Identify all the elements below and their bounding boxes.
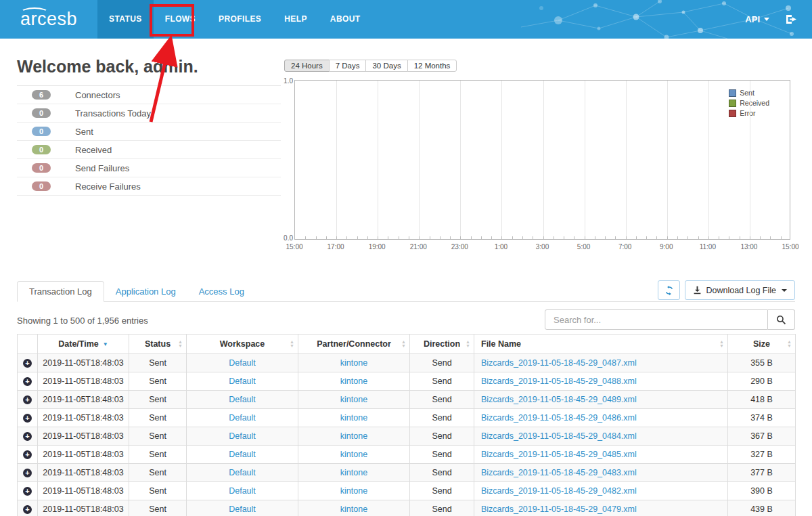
column-header-size[interactable]: Size▲▼: [728, 335, 796, 354]
nav-item-status[interactable]: STATUS: [97, 0, 154, 39]
tab-access-log[interactable]: Access Log: [187, 282, 256, 301]
x-axis-tick: [646, 236, 647, 239]
logout-button[interactable]: [786, 14, 797, 24]
chart-gridline: [501, 81, 502, 239]
expand-row-button[interactable]: +: [23, 359, 32, 368]
api-dropdown-label: API: [745, 14, 760, 24]
cell-file-name: Bizcards_2019-11-05-18-45-29_0489.xml: [474, 391, 728, 409]
cell-file-name: Bizcards_2019-11-05-18-45-29_0483.xml: [474, 464, 728, 482]
workspace-link[interactable]: Default: [229, 358, 256, 368]
range-button-24-hours[interactable]: 24 Hours: [284, 60, 330, 72]
expand-row-button[interactable]: +: [23, 377, 32, 386]
x-axis-tick: [677, 236, 678, 239]
x-axis-tick: [450, 236, 451, 239]
partner-connector-link[interactable]: kintone: [340, 358, 367, 368]
x-axis-tick: [378, 236, 378, 239]
x-axis-tick: [574, 236, 574, 239]
stat-badge: 0: [32, 127, 51, 136]
workspace-link[interactable]: Default: [229, 450, 256, 459]
stat-badge: 0: [32, 145, 51, 154]
app-logo[interactable]: arcesb: [20, 9, 77, 30]
partner-connector-link[interactable]: kintone: [340, 377, 367, 386]
tab-transaction-log[interactable]: Transaction Log: [17, 281, 104, 302]
file-name-link[interactable]: Bizcards_2019-11-05-18-45-29_0482.xml: [481, 486, 637, 496]
caret-down-icon: [782, 289, 787, 292]
workspace-link[interactable]: Default: [229, 486, 256, 496]
workspace-link[interactable]: Default: [229, 395, 256, 404]
chart-gridline: [585, 81, 585, 239]
sort-both-icon: ▲▼: [401, 340, 406, 348]
expand-row-button[interactable]: +: [23, 487, 32, 496]
x-axis-tick: [522, 236, 523, 239]
file-name-link[interactable]: Bizcards_2019-11-05-18-45-29_0483.xml: [481, 468, 637, 477]
table-header-row: Date/Time▼Status▲▼Workspace▲▼Partner/Con…: [18, 335, 796, 354]
cell-partner: kintone: [298, 446, 410, 464]
log-toolbar: Download Log File: [658, 280, 795, 300]
workspace-link[interactable]: Default: [229, 377, 256, 386]
stat-label: Receive Failures: [75, 181, 141, 192]
file-name-link[interactable]: Bizcards_2019-11-05-18-45-29_0488.xml: [481, 377, 637, 386]
cell-date: 2019-11-05T18:48:03: [38, 464, 129, 482]
file-name-link[interactable]: Bizcards_2019-11-05-18-45-29_0489.xml: [481, 395, 637, 404]
nav-item-profiles[interactable]: PROFILES: [207, 0, 273, 39]
cell-size: 290 B: [728, 372, 796, 391]
column-header-status[interactable]: Status▲▼: [129, 335, 187, 354]
cell-direction: Send: [410, 464, 474, 482]
tab-application-log[interactable]: Application Log: [104, 282, 187, 301]
refresh-button[interactable]: [658, 280, 680, 300]
main-nav: STATUSFLOWSPROFILESHELPABOUT: [97, 0, 371, 39]
workspace-link[interactable]: Default: [229, 468, 256, 477]
file-name-link[interactable]: Bizcards_2019-11-05-18-45-29_0487.xml: [481, 358, 637, 368]
stat-badge: 0: [32, 163, 51, 173]
workspace-link[interactable]: Default: [229, 504, 256, 514]
x-axis-tick: [585, 236, 585, 239]
partner-connector-link[interactable]: kintone: [340, 431, 367, 441]
download-log-file-button[interactable]: Download Log File: [685, 280, 795, 300]
stat-row-connectors: 6Connectors: [17, 86, 281, 104]
table-body: +2019-11-05T18:48:03SentDefaultkintoneSe…: [18, 354, 796, 516]
partner-connector-link[interactable]: kintone: [340, 450, 367, 459]
partner-connector-link[interactable]: kintone: [340, 504, 367, 514]
partner-connector-link[interactable]: kintone: [340, 486, 367, 496]
stat-row-send-failures: 0Send Failures: [17, 159, 281, 177]
file-name-link[interactable]: Bizcards_2019-11-05-18-45-29_0485.xml: [481, 450, 637, 459]
expand-row-button[interactable]: +: [23, 432, 32, 441]
cell-date: 2019-11-05T18:48:03: [38, 391, 129, 409]
range-button-7-days[interactable]: 7 Days: [329, 60, 367, 72]
column-header-file-name[interactable]: File Name▲▼: [474, 335, 728, 354]
cell-direction: Send: [410, 500, 474, 516]
expand-row-button[interactable]: +: [23, 414, 32, 423]
cell-direction: Send: [410, 354, 474, 372]
sort-descending-icon: ▼: [103, 341, 108, 347]
nav-item-help[interactable]: HELP: [273, 0, 319, 39]
workspace-link[interactable]: Default: [229, 431, 256, 441]
search-button[interactable]: [768, 309, 795, 330]
expand-row-button[interactable]: +: [23, 505, 32, 514]
column-header-direction[interactable]: Direction▲▼: [410, 335, 474, 354]
expand-row-button[interactable]: +: [23, 450, 32, 459]
expand-row-button[interactable]: +: [23, 469, 32, 477]
expand-row-button[interactable]: +: [23, 395, 32, 404]
partner-connector-link[interactable]: kintone: [340, 413, 367, 423]
range-button-12-months[interactable]: 12 Months: [407, 60, 457, 72]
api-dropdown[interactable]: API: [745, 14, 769, 24]
partner-connector-link[interactable]: kintone: [340, 468, 367, 477]
legend-label: Received: [740, 99, 769, 107]
workspace-link[interactable]: Default: [229, 413, 256, 423]
download-button-label: Download Log File: [706, 286, 776, 295]
nav-item-about[interactable]: ABOUT: [319, 0, 372, 39]
partner-connector-link[interactable]: kintone: [340, 395, 367, 404]
x-axis-tick: [399, 236, 399, 239]
column-header-workspace[interactable]: Workspace▲▼: [187, 335, 298, 354]
file-name-link[interactable]: Bizcards_2019-11-05-18-45-29_0486.xml: [481, 413, 637, 423]
column-header-partner-connector[interactable]: Partner/Connector▲▼: [298, 335, 410, 354]
nav-item-flows[interactable]: FLOWS: [154, 0, 207, 39]
file-name-link[interactable]: Bizcards_2019-11-05-18-45-29_0479.xml: [481, 504, 637, 514]
column-header-label: Status: [145, 339, 171, 349]
file-name-link[interactable]: Bizcards_2019-11-05-18-45-29_0484.xml: [481, 431, 637, 441]
cell-partner: kintone: [298, 500, 410, 516]
column-header-date-time[interactable]: Date/Time▼: [38, 335, 129, 354]
search-input[interactable]: [545, 309, 768, 330]
x-axis-tick: [719, 236, 719, 239]
range-button-30-days[interactable]: 30 Days: [365, 60, 407, 72]
